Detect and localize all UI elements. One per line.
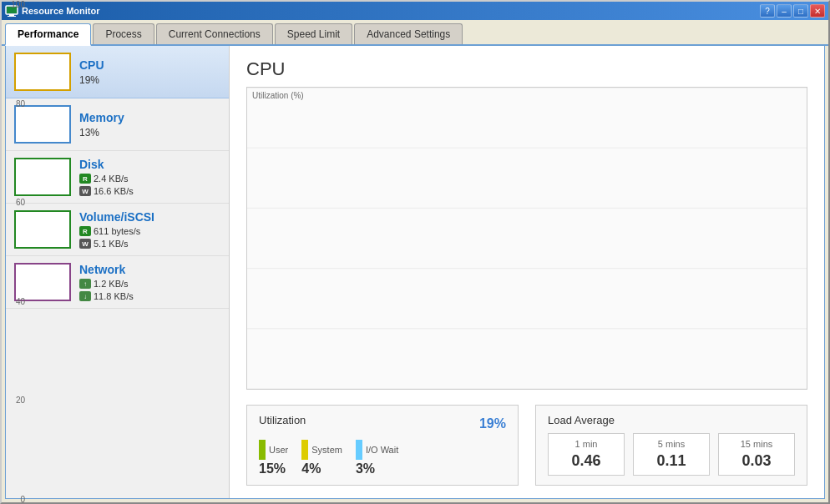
load-5mins: 5 mins 0.11 — [633, 433, 710, 476]
sidebar-item-memory[interactable]: Memory 13% — [6, 98, 229, 151]
cpu-chart: Utilization (%) Utilization (%) — [246, 87, 807, 390]
network-label: Network — [79, 263, 134, 276]
system-label: System — [311, 445, 342, 455]
volume-read-stat: R 611 bytes/s — [79, 226, 154, 236]
chart-svg: Utilization (%) — [247, 88, 807, 389]
minimize-button[interactable]: – — [777, 4, 792, 18]
content-area: CPU 19% Memory 13% Disk R 2.4 — [5, 46, 825, 499]
load-5mins-value: 0.11 — [637, 452, 706, 470]
title-bar: Resource Monitor ? – □ ✕ — [2, 2, 828, 20]
legend-user: User 15% — [259, 440, 288, 476]
disk-read-stat: R 2.4 KB/s — [79, 174, 134, 184]
tabs-bar: Performance Process Current Connections … — [2, 20, 828, 46]
load-1min-label: 1 min — [552, 439, 620, 449]
chart-y-label: Utilization (%) — [252, 91, 304, 100]
utilization-percent: 19% — [479, 416, 506, 431]
load-1min: 1 min 0.46 — [548, 433, 625, 476]
utilization-title: Utilization — [259, 414, 306, 426]
sidebar-item-volume[interactable]: Volume/iSCSI R 611 bytes/s W 5.1 KB/s — [6, 204, 229, 256]
disk-write-stat: W 16.6 KB/s — [79, 186, 134, 196]
load-grid: 1 min 0.46 5 mins 0.11 15 mins 0.03 — [548, 433, 795, 476]
chart-section: 100 80 60 40 20 0 — [246, 87, 807, 390]
network-upload-value: 1.2 KB/s — [94, 279, 129, 289]
cpu-info: CPU 19% — [79, 58, 104, 86]
close-button[interactable]: ✕ — [810, 4, 825, 18]
sidebar-item-disk[interactable]: Disk R 2.4 KB/s W 16.6 KB/s — [6, 151, 229, 204]
legend-iowait: I/O Wait 3% — [356, 440, 398, 476]
volume-info: Volume/iSCSI R 611 bytes/s W 5.1 KB/s — [79, 210, 154, 249]
sidebar-item-network[interactable]: Network ↑ 1.2 KB/s ↓ 11.8 KB/s — [6, 256, 229, 309]
legend-system: System 4% — [301, 440, 342, 476]
volume-label: Volume/iSCSI — [79, 210, 154, 224]
read-icon: R — [79, 174, 91, 184]
user-bar — [259, 440, 266, 460]
legend-system-bar-row: System — [301, 440, 342, 460]
load-15mins: 15 mins 0.03 — [718, 433, 795, 476]
network-download-value: 11.8 KB/s — [94, 291, 134, 301]
volume-write-icon: W — [79, 239, 91, 249]
legend-user-bar-row: User — [259, 440, 288, 460]
iowait-bar — [356, 440, 362, 460]
sidebar-item-cpu[interactable]: CPU 19% — [6, 46, 229, 98]
volume-read-icon: R — [79, 226, 91, 236]
user-label: User — [269, 445, 288, 455]
util-legend: User 15% System 4% — [259, 440, 506, 476]
tab-advanced[interactable]: Advanced Settings — [354, 23, 463, 44]
load-average-title: Load Average — [548, 414, 795, 426]
cpu-label: CPU — [79, 58, 104, 72]
window-title: Resource Monitor — [22, 6, 757, 16]
disk-write-value: 16.6 KB/s — [94, 186, 134, 196]
sidebar: CPU 19% Memory 13% Disk R 2.4 — [6, 46, 230, 498]
system-value: 4% — [301, 461, 321, 476]
bottom-stats: Utilization 19% User 15% — [246, 398, 807, 486]
memory-label: Memory — [79, 111, 124, 124]
main-panel: CPU 100 80 60 40 20 0 — [230, 46, 824, 498]
volume-read-value: 611 bytes/s — [94, 226, 140, 236]
legend-iowait-bar-row: I/O Wait — [356, 440, 398, 460]
network-upload-stat: ↑ 1.2 KB/s — [79, 279, 134, 289]
load-15mins-label: 15 mins — [722, 439, 791, 449]
load-1min-value: 0.46 — [552, 452, 620, 470]
panel-title: CPU — [246, 58, 807, 80]
memory-info: Memory 13% — [79, 111, 124, 139]
disk-info: Disk R 2.4 KB/s W 16.6 KB/s — [79, 158, 134, 196]
download-icon: ↓ — [79, 291, 91, 301]
upload-icon: ↑ — [79, 279, 91, 289]
tab-performance[interactable]: Performance — [5, 23, 91, 46]
system-bar — [301, 440, 308, 460]
tab-speed[interactable]: Speed Limit — [275, 23, 352, 44]
maximize-button[interactable]: □ — [793, 4, 808, 18]
iowait-value: 3% — [356, 461, 375, 476]
user-value: 15% — [259, 461, 286, 476]
cpu-value: 19% — [79, 74, 104, 86]
network-info: Network ↑ 1.2 KB/s ↓ 11.8 KB/s — [79, 263, 134, 301]
load-5mins-label: 5 mins — [637, 439, 706, 449]
network-download-stat: ↓ 11.8 KB/s — [79, 291, 134, 301]
tab-connections[interactable]: Current Connections — [156, 23, 273, 44]
memory-value: 13% — [79, 127, 124, 139]
load-average-panel: Load Average 1 min 0.46 5 mins 0.11 15 m… — [535, 405, 807, 486]
iowait-label: I/O Wait — [366, 445, 398, 455]
tab-process[interactable]: Process — [93, 23, 154, 44]
help-button[interactable]: ? — [760, 4, 775, 18]
load-15mins-value: 0.03 — [722, 452, 791, 470]
volume-write-value: 5.1 KB/s — [94, 239, 129, 249]
volume-write-stat: W 5.1 KB/s — [79, 239, 154, 249]
disk-label: Disk — [79, 158, 134, 171]
util-header: Utilization 19% — [259, 414, 506, 433]
main-window: Resource Monitor ? – □ ✕ Performance Pro… — [0, 0, 830, 504]
window-buttons: ? – □ ✕ — [760, 4, 825, 18]
write-icon: W — [79, 186, 91, 196]
utilization-panel: Utilization 19% User 15% — [246, 405, 519, 486]
disk-read-value: 2.4 KB/s — [94, 174, 129, 184]
